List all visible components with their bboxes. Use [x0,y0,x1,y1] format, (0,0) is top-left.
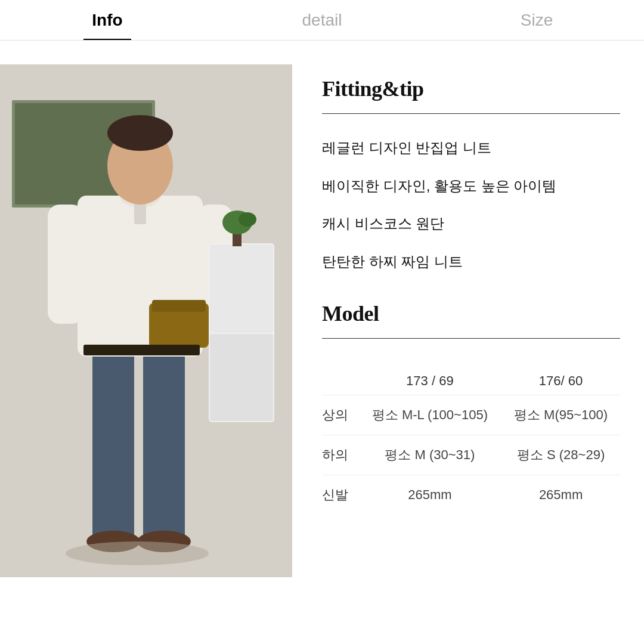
svg-rect-19 [210,244,273,333]
row-top-col1: 평소 M-L (100~105) [358,395,502,435]
tab-info[interactable]: Info [0,0,215,40]
row-shoes-col2: 265mm [501,475,620,515]
model-section: Model 173 / 69 176/ 60 상의 평소 M-L (100~10… [322,301,620,515]
tip-1: 레글런 디자인 반집업 니트 [322,138,620,158]
tab-size[interactable]: Size [429,0,644,40]
svg-point-23 [239,212,256,227]
model-row-top: 상의 평소 M-L (100~105) 평소 M(95~100) [322,395,620,435]
row-shoes-label: 신발 [322,475,358,515]
row-top-label: 상의 [322,395,358,435]
svg-rect-20 [210,334,273,421]
header-col2: 176/ 60 [501,363,620,395]
svg-point-14 [107,115,173,151]
svg-rect-17 [83,345,200,355]
row-bottom-col1: 평소 M (30~31) [358,435,502,475]
tip-4: 탄탄한 하찌 짜임 니트 [322,252,620,272]
tab-detail[interactable]: detail [215,0,429,40]
model-divider [322,338,620,339]
header-col1: 173 / 69 [358,363,502,395]
fitting-divider [322,113,620,114]
content-area: Fitting&tip 레글런 디자인 반집업 니트 베이직한 디자인, 활용도… [0,41,644,644]
model-title: Model [322,301,620,326]
tip-3: 캐시 비스코스 원단 [322,213,620,234]
fitting-tips-list: 레글런 디자인 반집업 니트 베이직한 디자인, 활용도 높은 아이템 캐시 비… [322,138,620,271]
fitting-title: Fitting&tip [322,76,620,101]
svg-rect-4 [92,351,134,541]
model-row-shoes: 신발 265mm 265mm [322,475,620,515]
tab-bar: Info detail Size [0,0,644,41]
row-shoes-col1: 265mm [358,475,502,515]
product-image [0,64,292,577]
model-header-row: 173 / 69 176/ 60 [322,363,620,395]
row-bottom-col2: 평소 S (28~29) [501,435,620,475]
row-top-col2: 평소 M(95~100) [501,395,620,435]
svg-rect-16 [152,300,206,312]
tip-2: 베이직한 디자인, 활용도 높은 아이템 [322,176,620,196]
row-bottom-label: 하의 [322,435,358,475]
fitting-section: Fitting&tip 레글런 디자인 반집업 니트 베이직한 디자인, 활용도… [322,76,620,271]
info-panel: Fitting&tip 레글런 디자인 반집업 니트 베이직한 디자인, 활용도… [292,64,644,644]
svg-point-24 [66,541,209,565]
svg-rect-9 [48,205,83,324]
model-row-bottom: 하의 평소 M (30~31) 평소 S (28~29) [322,435,620,475]
model-table: 173 / 69 176/ 60 상의 평소 M-L (100~105) 평소 … [322,363,620,515]
header-empty [322,363,358,395]
svg-rect-5 [143,351,185,541]
